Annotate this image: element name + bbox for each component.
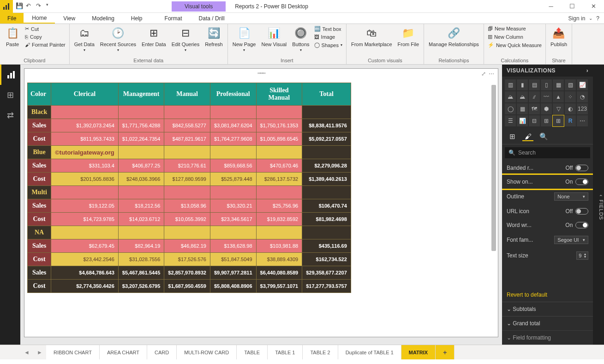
group-header[interactable]: Black — [28, 106, 51, 119]
map-icon[interactable]: 🗺 — [529, 103, 540, 114]
row-header[interactable]: Cost — [28, 253, 51, 266]
group-header[interactable]: Multi — [28, 186, 51, 199]
help-tab[interactable]: Help — [123, 13, 151, 24]
focus-mode-icon[interactable]: ⤢ — [481, 71, 486, 77]
page-tab[interactable]: Duplicate of TABLE 1 — [338, 345, 401, 359]
stacked-bar-100-icon[interactable]: ▦ — [553, 79, 564, 90]
matrix-icon[interactable]: ⊞ — [553, 115, 564, 126]
filled-map-icon[interactable]: ⬢ — [541, 103, 552, 114]
area-chart-icon[interactable]: ⛰ — [505, 91, 516, 102]
data-view-button[interactable]: ⊞ — [0, 85, 20, 105]
save-icon[interactable]: 💾 — [16, 3, 23, 10]
format-tab[interactable]: Format — [156, 13, 191, 24]
slicer-icon[interactable]: ⊟ — [529, 115, 540, 126]
datadrill-tab[interactable]: Data / Drill — [191, 13, 233, 24]
column-header[interactable]: Professional — [210, 83, 256, 106]
page-tab[interactable]: MULTI-ROW CARD — [177, 345, 237, 359]
more-visuals-icon[interactable]: ⋯ — [577, 115, 588, 126]
stacked-bar-icon[interactable]: ▥ — [505, 79, 516, 90]
enter-data-button[interactable]: ⊞Enter Data — [139, 25, 169, 48]
format-pane-icon[interactable]: 🖌 — [522, 132, 533, 141]
prev-page-button[interactable]: ◄ — [20, 345, 33, 359]
publish-button[interactable]: 📤Publish — [548, 25, 570, 48]
recent-sources-button[interactable]: 🕑Recent Sources▾ — [97, 25, 139, 53]
group-header[interactable]: Blue — [28, 146, 51, 159]
ribbon-icon[interactable]: 〰 — [541, 91, 552, 102]
column-header[interactable]: Clerical — [51, 83, 119, 106]
quick-measure-button[interactable]: ⚡New Quick Measure — [486, 41, 544, 49]
scatter-icon[interactable]: ⁘ — [565, 91, 576, 102]
pie-icon[interactable]: ◔ — [577, 91, 588, 102]
fields-pane-collapsed[interactable]: ‹FIELDS — [593, 65, 604, 345]
row-header[interactable]: Sales — [28, 159, 51, 173]
marketplace-button[interactable]: 🛍From Marketplace — [348, 25, 395, 48]
new-measure-button[interactable]: 🗐New Measure — [486, 25, 544, 32]
home-tab[interactable]: Home — [24, 13, 55, 24]
subtotals-section[interactable]: ⌄ Subtotals — [502, 302, 593, 316]
report-canvas[interactable]: ═══ ⤢ ⋯ ColorClericalManagementManualPro… — [20, 65, 502, 345]
column-header[interactable]: Color — [28, 83, 51, 106]
select[interactable]: None▾ — [554, 192, 588, 201]
stacked-column-100-icon[interactable]: ▧ — [565, 79, 576, 90]
sign-in[interactable]: Sign in⌄? — [564, 13, 604, 24]
page-tab[interactable]: TABLE — [237, 345, 268, 359]
page-tab[interactable]: CARD — [147, 345, 177, 359]
kpi-icon[interactable]: 📊 — [517, 115, 528, 126]
report-view-button[interactable] — [0, 65, 20, 85]
waterfall-icon[interactable]: ▲ — [553, 91, 564, 102]
add-page-button[interactable]: + — [436, 345, 454, 359]
modeling-tab[interactable]: Modeling — [84, 13, 123, 24]
grand-total-section[interactable]: ⌄ Grand total — [502, 316, 593, 330]
file-tab[interactable]: File — [0, 13, 24, 24]
multirow-card-icon[interactable]: ☰ — [505, 115, 516, 126]
more-options-icon[interactable]: ⋯ — [489, 71, 494, 77]
row-header[interactable]: Sales — [28, 199, 51, 213]
search-input[interactable]: 🔍Search — [505, 147, 590, 158]
clustered-column-icon[interactable]: ▯ — [541, 79, 552, 90]
page-tab[interactable]: RIBBON CHART — [46, 345, 100, 359]
undo-icon[interactable]: ↶ — [26, 3, 33, 10]
treemap-icon[interactable]: ▦ — [517, 103, 528, 114]
shapes-button[interactable]: ◯Shapes▾ — [312, 41, 344, 49]
copy-button[interactable]: ⎘Copy — [23, 33, 67, 41]
gauge-icon[interactable]: ◐ — [565, 103, 576, 114]
column-header[interactable]: Total — [302, 83, 351, 106]
buttons-button[interactable]: 🔘Buttons▾ — [289, 25, 312, 53]
line-chart-icon[interactable]: 📈 — [577, 79, 588, 90]
table-icon[interactable]: ⊞ — [541, 115, 552, 126]
page-tab[interactable]: AREA CHART — [100, 345, 147, 359]
stacked-column-icon[interactable]: ▮ — [517, 79, 528, 90]
cut-button[interactable]: ✂Cut — [23, 25, 67, 33]
row-header[interactable]: Sales — [28, 239, 51, 253]
maximize-button[interactable]: ☐ — [562, 0, 583, 13]
clustered-bar-icon[interactable]: ▤ — [529, 79, 540, 90]
toggle[interactable] — [575, 179, 588, 185]
column-header[interactable]: Skilled Manual — [256, 83, 302, 106]
funnel-icon[interactable]: ▽ — [553, 103, 564, 114]
analytics-pane-icon[interactable]: 🔍 — [538, 132, 549, 141]
stacked-area-icon[interactable]: ⛰ — [517, 91, 528, 102]
toggle[interactable] — [575, 165, 588, 171]
page-tab[interactable]: TABLE 2 — [303, 345, 338, 359]
matrix-visual[interactable]: ═══ ⤢ ⋯ ColorClericalManagementManualPro… — [24, 68, 498, 337]
refresh-button[interactable]: 🔄Refresh — [202, 25, 226, 48]
paste-button[interactable]: 📋Paste — [2, 25, 23, 48]
close-button[interactable]: ✕ — [583, 0, 604, 13]
view-tab[interactable]: View — [55, 13, 84, 24]
textbox-button[interactable]: 🔤Text box — [312, 25, 344, 33]
r-visual-icon[interactable]: R — [565, 115, 576, 126]
image-button[interactable]: 🖼Image — [312, 33, 344, 41]
column-header[interactable]: Manual — [164, 83, 210, 106]
field-formatting-section[interactable]: ⌄ Field formatting — [502, 330, 593, 345]
row-header[interactable]: Cost — [28, 173, 51, 186]
revert-default-link[interactable]: Revert to default — [502, 288, 593, 302]
visualizations-header[interactable]: VISUALIZATIONS› — [502, 65, 593, 77]
row-header[interactable]: Cost — [28, 213, 51, 226]
edit-queries-button[interactable]: ⊟Edit Queries▾ — [169, 25, 203, 53]
toggle[interactable] — [575, 222, 588, 228]
new-page-button[interactable]: 📄New Page▾ — [230, 25, 259, 53]
toggle[interactable] — [575, 208, 588, 215]
new-visual-button[interactable]: 📊New Visual — [258, 25, 289, 48]
row-header[interactable]: Sales — [28, 119, 51, 132]
model-view-button[interactable]: ⇄ — [0, 105, 20, 125]
